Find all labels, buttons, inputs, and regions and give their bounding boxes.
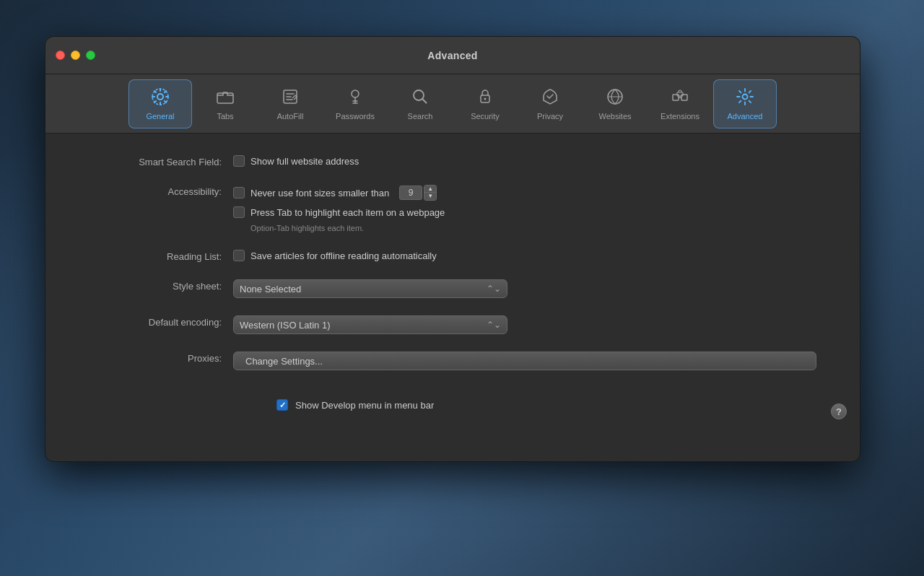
smart-search-controls: Show full website address [233, 155, 816, 167]
smart-search-label: Smart Search Field: [89, 155, 233, 167]
reading-list-controls: Save articles for offline reading automa… [233, 250, 816, 261]
proxies-row: Proxies: Change Settings... [89, 352, 816, 370]
show-full-address-checkbox[interactable] [233, 155, 245, 167]
tab-search-label: Search [408, 112, 433, 121]
minimize-button[interactable] [71, 51, 80, 60]
websites-icon [606, 87, 624, 109]
proxies-controls: Change Settings... [233, 352, 816, 370]
font-size-arrows: ▲ ▼ [424, 185, 437, 201]
press-tab-row: Press Tab to highlight each item on a we… [233, 206, 816, 218]
change-settings-button[interactable]: Change Settings... [233, 352, 816, 370]
svg-rect-2 [217, 93, 233, 103]
advanced-icon [736, 87, 754, 109]
tab-autofill[interactable]: AutoFill [258, 79, 322, 128]
tab-security-label: Security [471, 112, 500, 121]
tab-general[interactable]: General [128, 79, 192, 128]
tab-websites-label: Websites [598, 112, 631, 121]
svg-point-12 [743, 94, 748, 99]
svg-point-0 [157, 94, 163, 100]
svg-point-4 [352, 90, 359, 97]
never-use-font-text: Never use font sizes smaller than [250, 188, 389, 198]
accessibility-controls: Never use font sizes smaller than 9 ▲ ▼ … [233, 185, 816, 232]
close-button[interactable] [56, 51, 65, 60]
proxies-label: Proxies: [89, 352, 233, 364]
save-articles-text: Save articles for offline reading automa… [250, 250, 437, 261]
traffic-lights [56, 51, 95, 60]
toolbar: General Tabs AutoFill [45, 74, 860, 134]
tab-general-label: General [146, 112, 174, 121]
svg-rect-9 [673, 95, 679, 100]
default-encoding-label: Default encoding: [89, 315, 233, 328]
tab-tabs[interactable]: Tabs [193, 79, 257, 128]
press-tab-text: Press Tab to highlight each item on a we… [250, 207, 445, 218]
tab-websites[interactable]: Websites [583, 79, 647, 128]
style-sheet-arrow: ⌃⌄ [487, 284, 501, 294]
default-encoding-select[interactable]: Western (ISO Latin 1) ⌃⌄ [233, 315, 507, 334]
never-use-font-checkbox[interactable] [233, 187, 245, 198]
tab-extensions-label: Extensions [661, 112, 699, 121]
style-sheet-label: Style sheet: [89, 279, 233, 292]
tab-passwords-label: Passwords [336, 112, 375, 121]
title-bar: Advanced [45, 37, 860, 74]
tab-privacy[interactable]: Privacy [518, 79, 582, 128]
save-articles-row: Save articles for offline reading automa… [233, 250, 816, 261]
show-develop-row: Show Develop menu in menu bar [89, 388, 816, 411]
reading-list-row: Reading List: Save articles for offline … [89, 250, 816, 262]
tab-extensions[interactable]: Extensions [648, 79, 712, 128]
default-encoding-value: Western (ISO Latin 1) [240, 320, 330, 331]
show-full-address-row: Show full website address [233, 155, 816, 167]
tab-search[interactable]: Search [388, 79, 452, 128]
tab-advanced-label: Advanced [728, 112, 763, 121]
svg-rect-10 [681, 95, 687, 100]
font-size-down-arrow[interactable]: ▼ [424, 193, 436, 200]
passwords-icon [346, 87, 365, 109]
default-encoding-row: Default encoding: Western (ISO Latin 1) … [89, 315, 816, 334]
default-encoding-arrow: ⌃⌄ [487, 320, 501, 330]
tab-passwords[interactable]: Passwords [323, 79, 387, 128]
tabs-icon [216, 87, 235, 109]
tab-privacy-label: Privacy [537, 112, 563, 121]
settings-content: Smart Search Field: Show full website ad… [45, 134, 860, 432]
tab-tabs-label: Tabs [217, 112, 233, 121]
show-develop-text: Show Develop menu in menu bar [295, 400, 434, 411]
style-sheet-value: None Selected [240, 284, 301, 294]
press-tab-checkbox[interactable] [233, 206, 245, 218]
save-articles-checkbox[interactable] [233, 250, 245, 261]
search-icon [411, 87, 430, 109]
style-sheet-row: Style sheet: None Selected ⌃⌄ [89, 279, 816, 298]
tab-autofill-label: AutoFill [277, 112, 304, 121]
privacy-icon [541, 87, 559, 109]
tab-advanced[interactable]: Advanced [713, 79, 777, 128]
font-size-stepper: 9 ▲ ▼ [399, 185, 437, 201]
show-full-address-text: Show full website address [250, 156, 359, 167]
style-sheet-select[interactable]: None Selected ⌃⌄ [233, 279, 507, 298]
style-sheet-controls: None Selected ⌃⌄ [233, 279, 816, 298]
maximize-button[interactable] [86, 51, 95, 60]
font-size-value[interactable]: 9 [399, 186, 422, 200]
preferences-window: Advanced General Tabs [45, 36, 860, 462]
accessibility-row: Accessibility: Never use font sizes smal… [89, 185, 816, 232]
default-encoding-controls: Western (ISO Latin 1) ⌃⌄ [233, 315, 816, 334]
extensions-icon [671, 87, 689, 109]
accessibility-hint: Option-Tab highlights each item. [250, 224, 816, 232]
window-title: Advanced [427, 50, 477, 61]
security-icon [476, 87, 494, 109]
show-develop-checkbox[interactable] [276, 399, 288, 411]
svg-point-7 [484, 97, 487, 100]
general-icon [151, 87, 170, 109]
reading-list-label: Reading List: [89, 250, 233, 262]
help-button[interactable]: ? [831, 403, 847, 419]
never-use-font-row: Never use font sizes smaller than 9 ▲ ▼ [233, 185, 816, 201]
accessibility-label: Accessibility: [89, 185, 233, 197]
tab-security[interactable]: Security [453, 79, 517, 128]
smart-search-row: Smart Search Field: Show full website ad… [89, 155, 816, 167]
font-size-up-arrow[interactable]: ▲ [424, 186, 436, 193]
autofill-icon [281, 87, 300, 109]
